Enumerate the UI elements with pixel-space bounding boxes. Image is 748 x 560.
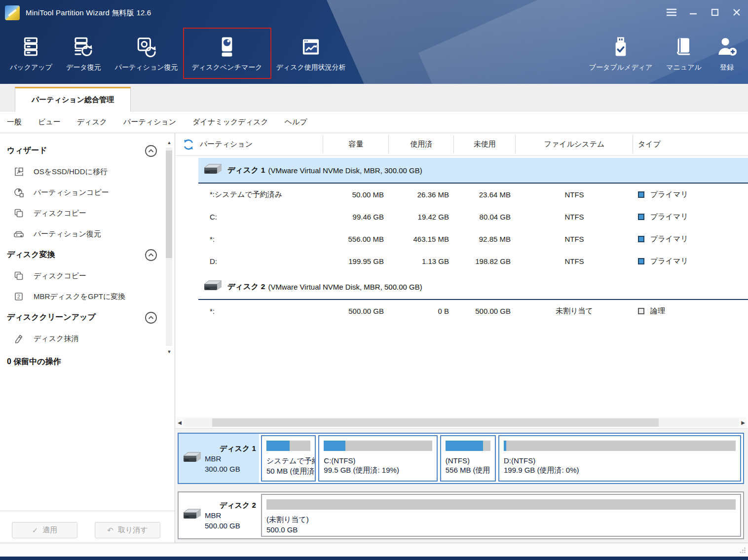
status-bar: [0, 543, 748, 557]
partition-type-label: プライマリ: [650, 190, 688, 199]
sidebar-item-0-2[interactable]: ディスクコピー: [0, 203, 163, 224]
disk-group-row-1[interactable]: ディスク 2 (VMware Virtual NVMe Disk, MBR, 5…: [176, 274, 748, 300]
partition-row-0-1[interactable]: C: 99.46 GB 19.42 GB 80.04 GB NTFS プライマリ: [176, 206, 748, 228]
block-label-line2: 50 MB (使用済:: [266, 467, 310, 476]
menu-item-0[interactable]: 一般: [7, 115, 30, 129]
sidebar-section-header-1[interactable]: ディスク変換: [0, 244, 163, 265]
disk-group-row-0[interactable]: ディスク 1 (VMware Virtual NVMe Disk, MBR, 3…: [176, 158, 748, 184]
sidebar-item-0-1[interactable]: パーティションコピー: [0, 182, 163, 203]
block-label-line1: D:(NTFS): [504, 456, 736, 465]
partition-recovery-icon: [13, 228, 25, 240]
partition-copy-icon: [13, 187, 25, 198]
diskmap-disk-label[interactable]: ディスク 2 MBR 500.00 GB: [179, 492, 259, 538]
menu-item-2[interactable]: ディスク: [77, 115, 115, 129]
undo-button-label: 取り消す: [118, 525, 148, 535]
diskmap-disk-name: ディスク 1: [220, 443, 256, 453]
cell-capacity: 50.00 MB: [323, 190, 389, 199]
scrollbar-thumb[interactable]: [166, 150, 172, 258]
partition-type-icon: [638, 308, 644, 314]
toolbar-item-backup[interactable]: バックアップ: [3, 30, 59, 77]
diskmap-row-1[interactable]: ディスク 2 MBR 500.00 GB (未割り当て) 500.0 GB: [178, 491, 744, 539]
toolbar-item-disk-usage-analysis[interactable]: ディスク使用状況分析: [269, 30, 353, 77]
partition-row-0-2[interactable]: *: 556.00 MB 463.15 MB 92.85 MB NTFS プライ…: [176, 228, 748, 250]
disk-wipe-icon: [13, 333, 25, 344]
cell-used: 19.42 GB: [389, 213, 454, 221]
sidebar-section-header-0[interactable]: ウィザード: [0, 140, 163, 161]
scrollbar-track[interactable]: [166, 148, 172, 346]
scroll-down-arrow-icon[interactable]: ▼: [165, 349, 173, 355]
sidebar-item-0-0[interactable]: OSをSSD/HDDに移行: [0, 161, 163, 182]
disk-3d-icon: [182, 508, 202, 523]
toolbar-item-disk-benchmark[interactable]: ディスクベンチマーク: [185, 30, 269, 77]
diskmap-partition-table: MBR: [205, 510, 256, 521]
cell-type: プライマリ: [633, 257, 748, 266]
collapse-chevron-icon[interactable]: [145, 145, 157, 159]
sidebar-sections: ウィザード OSをSSD/HDDに移行 パーティションコピー ディスクコピー パ…: [0, 133, 163, 367]
diskmap-block-1-0[interactable]: (未割り当て) 500.0 GB: [261, 494, 741, 537]
apply-button-label: 適用: [42, 525, 57, 535]
cell-unused: 80.04 GB: [454, 213, 516, 221]
diskmap-block-0-1[interactable]: C:(NTFS) 99.5 GB (使用済: 19%): [318, 435, 437, 482]
toolbar-item-register[interactable]: 登録: [709, 30, 745, 77]
scroll-up-arrow-icon[interactable]: ▲: [165, 140, 173, 146]
column-header-1[interactable]: 容量: [323, 133, 389, 155]
toolbar-item-data-recovery[interactable]: データ復元: [59, 30, 108, 77]
scroll-left-arrow-icon[interactable]: ◀: [176, 420, 184, 425]
cell-type: プライマリ: [633, 212, 748, 222]
toolbar-item-manual[interactable]: マニュアル: [659, 30, 709, 77]
partition-type-label: プライマリ: [650, 234, 688, 244]
partition-row-0-3[interactable]: D: 199.95 GB 1.13 GB 198.82 GB NTFS プライマ…: [176, 250, 748, 272]
disk-info: (VMware Virtual NVMe Disk, MBR, 500.00 G…: [268, 283, 422, 291]
cell-capacity: 99.46 GB: [323, 213, 389, 221]
menu-item-4[interactable]: ダイナミックディスク: [192, 115, 277, 129]
column-header-0[interactable]: パーティション: [176, 133, 323, 155]
collapse-chevron-icon[interactable]: [145, 249, 157, 263]
close-button[interactable]: [729, 6, 744, 19]
menu-item-5[interactable]: ヘルプ: [285, 115, 316, 129]
register-icon: [715, 32, 738, 62]
maximize-button[interactable]: [708, 6, 722, 19]
h-scrollbar-track[interactable]: [184, 418, 739, 427]
section-title: ディスククリーンアップ: [7, 312, 96, 323]
collapse-chevron-icon[interactable]: [145, 311, 157, 326]
column-header-3[interactable]: 未使用: [454, 133, 516, 155]
cell-partition: C:: [176, 213, 323, 221]
column-header-2[interactable]: 使用済: [389, 133, 454, 155]
partition-row-0-0[interactable]: *:システムで予約済み 50.00 MB 26.36 MB 23.64 MB N…: [176, 184, 748, 206]
hamburger-menu-icon[interactable]: [664, 6, 679, 19]
scroll-right-arrow-icon[interactable]: ▶: [739, 420, 747, 425]
sidebar-item-1-1[interactable]: 2 MBRディスクをGPTに変換: [0, 286, 163, 307]
section-title: ディスク変換: [7, 250, 55, 260]
column-header-5[interactable]: タイプ: [633, 133, 748, 155]
section-title: ウィザード: [7, 146, 47, 156]
tab-partition-management[interactable]: パーティション総合管理: [15, 87, 131, 112]
horizontal-scrollbar[interactable]: ◀ ▶: [176, 417, 747, 428]
toolbar-item-partition-recovery[interactable]: パーティション復元: [108, 30, 185, 77]
undo-button[interactable]: ↶ 取り消す: [95, 522, 160, 538]
sidebar-scrollbar[interactable]: ▲ ▼: [165, 140, 173, 355]
cell-capacity: 199.95 GB: [323, 257, 389, 265]
sidebar-item-2-0[interactable]: ディスク抹消: [0, 328, 163, 349]
sidebar-item-0-3[interactable]: パーティション復元: [0, 224, 163, 244]
sidebar-section-header-2[interactable]: ディスククリーンアップ: [0, 307, 163, 328]
sidebar-item-1-0[interactable]: ディスクコピー: [0, 265, 163, 286]
diskmap-blocks: システムで予約 50 MB (使用済: C:(NTFS) 99.5 GB (使用…: [259, 434, 743, 483]
window-title: MiniTool Partition Wizard 無料版 12.6: [26, 8, 151, 18]
partition-row-1-0[interactable]: *: 500.00 GB 0 B 500.00 GB 未割り当て 論理: [176, 300, 748, 322]
menu-item-1[interactable]: ビュー: [38, 115, 69, 129]
sidebar-item-label: パーティションコピー: [34, 188, 109, 197]
cell-used: 0 B: [389, 307, 454, 315]
diskmap-disk-label[interactable]: ディスク 1 MBR 300.00 GB: [179, 434, 259, 483]
diskmap-block-0-3[interactable]: D:(NTFS) 199.9 GB (使用済: 0%): [498, 435, 741, 482]
apply-button[interactable]: ✓ 適用: [12, 522, 77, 538]
menu-item-3[interactable]: パーティション: [123, 115, 185, 129]
sidebar-item-label: OSをSSD/HDDに移行: [34, 167, 108, 177]
diskmap-block-0-2[interactable]: (NTFS) 556 MB (使用: [440, 435, 496, 482]
h-scrollbar-thumb[interactable]: [212, 418, 659, 427]
column-header-4[interactable]: ファイルシステム: [516, 133, 633, 155]
diskmap-block-0-0[interactable]: システムで予約 50 MB (使用済:: [261, 435, 316, 482]
minimize-button[interactable]: [686, 6, 701, 19]
resize-grip[interactable]: [739, 547, 746, 555]
diskmap-row-0[interactable]: ディスク 1 MBR 300.00 GB システムで予約 50 MB (使用済:…: [178, 433, 744, 484]
toolbar-item-bootable-media[interactable]: ブータブルメディア: [582, 30, 660, 77]
